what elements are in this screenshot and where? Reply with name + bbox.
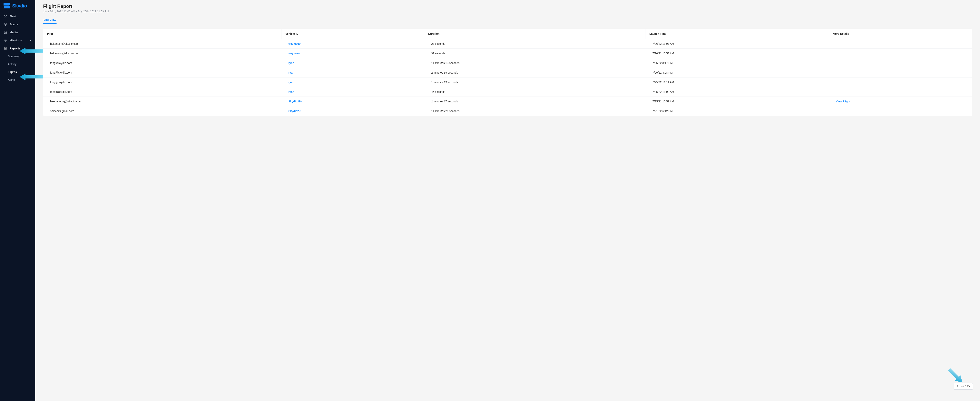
- cell-more-details: View Flight: [829, 97, 972, 106]
- drone-icon: [4, 15, 7, 18]
- table-row[interactable]: fong@skydio.comryan45 seconds7/25/22 11:…: [43, 87, 972, 97]
- sidebar-item-label: Summary: [8, 55, 20, 58]
- brand-name: Skydio: [12, 3, 27, 9]
- view-flight-link[interactable]: View Flight: [836, 100, 850, 103]
- col-header-duration[interactable]: Duration: [424, 29, 646, 39]
- cell-more-details: [829, 39, 972, 49]
- vehicle-link[interactable]: ryan: [288, 71, 294, 74]
- tab-list-view[interactable]: List View: [43, 16, 57, 24]
- sidebar-subitem-alerts[interactable]: Alerts: [0, 76, 35, 84]
- chevron-down-icon: [29, 39, 32, 42]
- table-row[interactable]: fong@skydio.comryan1 minutes 13 seconds7…: [43, 77, 972, 87]
- cell-vehicle: ryan: [281, 68, 424, 77]
- cell-more-details: [829, 68, 972, 77]
- cell-pilot: shidcm@gmail.com: [43, 106, 281, 116]
- flights-table: Pilot Vehicle ID Duration Launch Time Mo…: [43, 29, 972, 116]
- cell-more-details: [829, 58, 972, 68]
- view-tabs: List View: [35, 16, 980, 24]
- cell-vehicle: ryan: [281, 58, 424, 68]
- vehicle-link[interactable]: ryan: [288, 81, 294, 84]
- cell-pilot: fong@skydio.com: [43, 77, 281, 87]
- cell-duration: 23 seconds: [424, 39, 646, 49]
- brand-logo-icon: [3, 3, 10, 9]
- table-row[interactable]: fong@skydio.comryan11 minutes 13 seconds…: [43, 58, 972, 68]
- sidebar-item-reports[interactable]: Reports: [0, 44, 35, 53]
- report-icon: [4, 47, 7, 50]
- table-row[interactable]: hakanson@skydio.comtreyhakan37 seconds7/…: [43, 49, 972, 58]
- sidebar-item-media[interactable]: Media: [0, 28, 35, 36]
- sidebar-subitem-summary[interactable]: Summary: [0, 53, 35, 60]
- brand-logo[interactable]: Skydio: [0, 1, 35, 12]
- svg-rect-4: [5, 16, 6, 17]
- image-icon: [4, 31, 7, 34]
- table-row[interactable]: fong@skydio.comryan2 minutes 39 seconds7…: [43, 68, 972, 77]
- sidebar-subitem-activity[interactable]: Activity: [0, 60, 35, 68]
- main-content: Flight Report June 26th, 2022 12:00 AM -…: [35, 0, 980, 401]
- cell-launch-time: 7/25/22 3:08 PM: [646, 68, 829, 77]
- sidebar-item-label: Media: [10, 30, 18, 34]
- svg-point-6: [5, 32, 5, 32]
- cell-more-details: [829, 87, 972, 97]
- cell-duration: 37 seconds: [424, 49, 646, 58]
- page-header: Flight Report June 26th, 2022 12:00 AM -…: [35, 0, 980, 13]
- cell-more-details: [829, 77, 972, 87]
- svg-marker-8: [5, 40, 6, 41]
- sidebar-item-label: Reports: [10, 47, 21, 50]
- cell-more-details: [829, 49, 972, 58]
- cell-pilot: fong@skydio.com: [43, 87, 281, 97]
- sidebar-item-scans[interactable]: Scans: [0, 20, 35, 28]
- cell-pilot: fong@skydio.com: [43, 68, 281, 77]
- col-header-pilot[interactable]: Pilot: [43, 29, 281, 39]
- vehicle-link[interactable]: treyhakan: [288, 42, 301, 45]
- cell-vehicle: ryan: [281, 77, 424, 87]
- cube-icon: [4, 23, 7, 26]
- cell-launch-time: 7/26/22 10:53 AM: [646, 49, 829, 58]
- cell-launch-time: 7/26/22 11:07 AM: [646, 39, 829, 49]
- cell-vehicle: ryan: [281, 87, 424, 97]
- svg-point-7: [4, 39, 7, 42]
- cell-pilot: heehan+org@skydio.com: [43, 97, 281, 106]
- col-header-vehicle[interactable]: Vehicle ID: [281, 29, 424, 39]
- sidebar-item-label: Fleet: [10, 14, 16, 18]
- svg-point-3: [6, 17, 7, 17]
- vehicle-link[interactable]: Skydio2-8: [288, 109, 301, 113]
- vehicle-link[interactable]: treyhakan: [288, 52, 301, 55]
- cell-vehicle: Skydio2P-r: [281, 97, 424, 106]
- cell-duration: 2 minutes 39 seconds: [424, 68, 646, 77]
- cell-vehicle: treyhakan: [281, 49, 424, 58]
- cell-launch-time: 7/25/22 11:08 AM: [646, 87, 829, 97]
- export-csv-button[interactable]: Export CSV: [954, 383, 973, 390]
- table-header-row: Pilot Vehicle ID Duration Launch Time Mo…: [43, 29, 972, 39]
- cell-pilot: hakanson@skydio.com: [43, 49, 281, 58]
- cell-duration: 11 minutes 13 seconds: [424, 58, 646, 68]
- cell-pilot: fong@skydio.com: [43, 58, 281, 68]
- cell-duration: 1 minutes 13 seconds: [424, 77, 646, 87]
- page-title: Flight Report: [43, 3, 972, 9]
- sidebar-item-missions[interactable]: Missions: [0, 36, 35, 44]
- sidebar-item-label: Alerts: [8, 78, 15, 81]
- cell-launch-time: 7/21/22 6:12 PM: [646, 106, 829, 116]
- vehicle-link[interactable]: ryan: [288, 90, 294, 93]
- table-row[interactable]: hakanson@skydio.comtreyhakan23 seconds7/…: [43, 39, 972, 49]
- cell-launch-time: 7/25/22 10:51 AM: [646, 97, 829, 106]
- sidebar-subitem-flights[interactable]: Flights: [0, 68, 35, 76]
- compass-icon: [4, 39, 7, 42]
- cell-launch-time: 7/25/22 3:17 PM: [646, 58, 829, 68]
- vehicle-link[interactable]: ryan: [288, 61, 294, 64]
- sidebar: Skydio Fleet Scans Media Missions Report…: [0, 0, 35, 401]
- sidebar-item-fleet[interactable]: Fleet: [0, 12, 35, 20]
- sidebar-item-label: Scans: [10, 22, 18, 26]
- table-row[interactable]: shidcm@gmail.comSkydio2-811 minutes 21 s…: [43, 106, 972, 116]
- svg-point-1: [6, 15, 7, 16]
- col-header-launch[interactable]: Launch Time: [646, 29, 829, 39]
- vehicle-link[interactable]: Skydio2P-r: [288, 100, 302, 103]
- table-scroll-area[interactable]: Pilot Vehicle ID Duration Launch Time Mo…: [35, 24, 980, 401]
- table-row[interactable]: heehan+org@skydio.comSkydio2P-r2 minutes…: [43, 97, 972, 106]
- cell-launch-time: 7/25/22 11:11 AM: [646, 77, 829, 87]
- col-header-details[interactable]: More Details: [829, 29, 972, 39]
- date-range-label: June 26th, 2022 12:00 AM - July 26th, 20…: [43, 10, 972, 13]
- cell-pilot: hakanson@skydio.com: [43, 39, 281, 49]
- cell-duration: 2 minutes 17 seconds: [424, 97, 646, 106]
- cell-more-details: [829, 106, 972, 116]
- svg-point-2: [5, 17, 5, 17]
